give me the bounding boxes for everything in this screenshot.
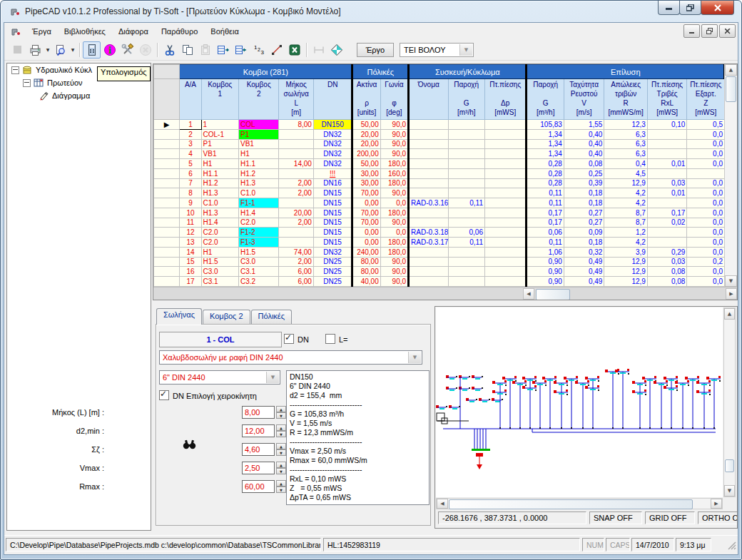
grid-cell[interactable]: 20,00 xyxy=(279,208,313,218)
grid-cell[interactable]: 6,3 xyxy=(604,149,648,159)
grid-cell[interactable]: 0,0 xyxy=(687,228,725,238)
grid-cell[interactable] xyxy=(647,198,686,208)
grid-cell[interactable]: C3.1 xyxy=(239,267,279,277)
grid-cell[interactable] xyxy=(409,168,448,178)
grid-cell[interactable]: 11 xyxy=(180,218,201,228)
grid-cell[interactable]: 10 xyxy=(180,208,201,218)
grid-cell[interactable]: DN32 xyxy=(313,247,352,257)
grid-cell[interactable]: 0,49 xyxy=(564,257,604,267)
grid-cell[interactable] xyxy=(484,238,527,248)
grid-cell[interactable]: 0,00 xyxy=(352,198,380,208)
grid-cell[interactable]: 0,90 xyxy=(527,277,564,287)
grid-cell[interactable]: 12,9 xyxy=(604,267,648,277)
menu-item[interactable]: Βιβλιοθήκες xyxy=(58,25,112,38)
grid-cell[interactable]: 180,0 xyxy=(380,247,408,257)
grid-cell[interactable]: 6 xyxy=(180,168,201,178)
grid-cell[interactable] xyxy=(484,198,527,208)
grid-cell[interactable] xyxy=(687,168,725,178)
grid-cell[interactable] xyxy=(647,168,686,178)
row-selector[interactable]: ▶ xyxy=(154,120,180,130)
grid-cell[interactable] xyxy=(484,277,527,287)
grid-cell[interactable]: DN16 xyxy=(313,178,352,188)
ortho-toggle[interactable]: ORTHO OFF xyxy=(698,511,738,524)
grid-cell[interactable] xyxy=(279,168,313,178)
grid-cell[interactable]: 12,9 xyxy=(604,277,648,287)
grid-cell[interactable]: 0,49 xyxy=(564,277,604,287)
grid-cell[interactable]: H1.1 xyxy=(201,168,238,178)
grid-cell[interactable]: 0,00 xyxy=(352,238,380,248)
grid-cell[interactable]: 0,90 xyxy=(527,267,564,277)
grid-cell[interactable]: 0,5 xyxy=(687,120,725,130)
grid-cell[interactable]: 0,0 xyxy=(687,159,725,169)
row-selector[interactable] xyxy=(154,159,180,169)
size-combo[interactable]: 6" DIN 2440 ▼ xyxy=(159,370,280,385)
grid-cell[interactable]: 0,17 xyxy=(647,208,686,218)
grid-cell[interactable]: 6,3 xyxy=(604,139,648,149)
resize-grip[interactable] xyxy=(727,540,736,553)
grid-cell[interactable]: DN25 xyxy=(313,257,352,267)
grid-cell[interactable] xyxy=(647,139,686,149)
grid-cell[interactable]: RAD-0.3.17 xyxy=(409,238,448,248)
grid-cell[interactable]: 1,2 xyxy=(604,228,648,238)
grid-cell[interactable]: COL xyxy=(239,120,279,130)
excel-icon[interactable] xyxy=(285,41,303,58)
scroll-left-icon[interactable]: ◀ xyxy=(437,499,448,509)
grid-cell[interactable]: 0,17 xyxy=(527,218,564,228)
row-selector[interactable] xyxy=(154,218,180,228)
grid-cell[interactable]: 8,7 xyxy=(604,208,648,218)
grid-cell[interactable]: 90,0 xyxy=(380,149,408,159)
grid-cell[interactable]: DN15 xyxy=(313,208,352,218)
snap-toggle[interactable]: SNAP OFF xyxy=(589,511,642,524)
checkbox-unchecked-icon[interactable] xyxy=(325,334,335,344)
grid-cell[interactable] xyxy=(484,159,527,169)
grid-cell[interactable] xyxy=(647,228,686,238)
grid-cell[interactable]: 3,9 xyxy=(604,247,648,257)
grid-cell[interactable]: 0,90 xyxy=(527,257,564,267)
grid-cell[interactable]: 6,3 xyxy=(604,129,648,139)
grid-cell[interactable]: C2.0 xyxy=(201,238,238,248)
grid-cell[interactable] xyxy=(484,129,527,139)
spinner-buttons[interactable]: ▲▼ xyxy=(276,406,286,419)
grid-cell[interactable]: 90,0 xyxy=(380,257,408,267)
grid-cell[interactable]: VB1 xyxy=(201,149,238,159)
spinner-buttons[interactable]: ▲▼ xyxy=(276,480,286,493)
grid-cell[interactable]: H1.1 xyxy=(239,159,279,169)
grid-cell[interactable] xyxy=(448,267,484,277)
grid-cell[interactable] xyxy=(409,178,448,188)
grid-cell[interactable]: 0,0 xyxy=(687,188,725,198)
grid-cell[interactable]: 74,00 xyxy=(279,247,313,257)
grid-cell[interactable]: 0,40 xyxy=(564,129,604,139)
grid-cell[interactable]: DN150 xyxy=(313,120,352,130)
grid-cell[interactable]: DN32 xyxy=(313,149,352,159)
grid-cell[interactable]: 90,0 xyxy=(380,188,408,198)
grid-cell[interactable]: 0,02 xyxy=(647,218,686,228)
grid-cell[interactable]: 0,09 xyxy=(564,228,604,238)
grid-cell[interactable]: COL-1 xyxy=(201,129,238,139)
grid-cell[interactable]: H1.5 xyxy=(201,257,238,267)
menu-item[interactable]: Βοήθεια xyxy=(204,25,245,38)
mdi-minimize-button[interactable] xyxy=(683,24,700,38)
grid-cell[interactable]: 70,00 xyxy=(352,208,380,218)
grid-cell[interactable]: 90,0 xyxy=(380,218,408,228)
grid-cell[interactable] xyxy=(279,228,313,238)
grid-cell[interactable]: 90,0 xyxy=(380,277,408,287)
grid-cell[interactable]: 5 xyxy=(180,159,201,169)
grid-cell[interactable] xyxy=(484,208,527,218)
grid-cell[interactable]: 0,0 xyxy=(687,277,725,287)
grid-cell[interactable]: 2,00 xyxy=(279,257,313,267)
grid-cell[interactable] xyxy=(409,247,448,257)
grid-cell[interactable]: 0,25 xyxy=(564,168,604,178)
grid-cell[interactable]: 0,28 xyxy=(527,178,564,188)
grid-cell[interactable]: 12,3 xyxy=(604,120,648,130)
grid-cell[interactable]: 30,00 xyxy=(352,168,380,178)
material-combo[interactable]: Χαλυβδοσωλήν με ραφή DIN 2440 ▼ xyxy=(159,350,422,365)
field-input[interactable]: 2,50 xyxy=(242,462,275,474)
grid-cell[interactable]: 40,00 xyxy=(352,277,380,287)
grid-cell[interactable] xyxy=(484,149,527,159)
grid-cell[interactable]: 0,2 xyxy=(687,257,725,267)
dn-checkbox[interactable]: DN xyxy=(284,334,309,344)
row-selector[interactable] xyxy=(154,238,180,248)
grid-cell[interactable]: 0,06 xyxy=(448,228,484,238)
grid-cell[interactable] xyxy=(448,120,484,130)
grid-cell[interactable]: 1,34 xyxy=(527,129,564,139)
